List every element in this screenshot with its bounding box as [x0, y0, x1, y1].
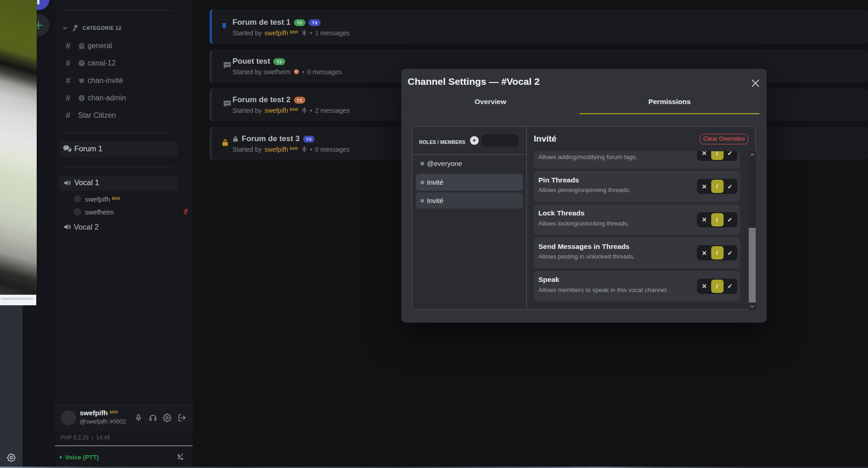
svg-text:?: ?: [80, 61, 83, 66]
